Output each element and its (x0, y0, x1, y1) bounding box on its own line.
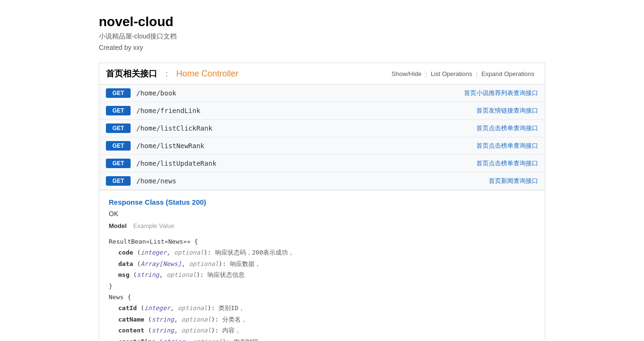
code-line-2: code (integer, optional): 响应状态码，200表示成功， (109, 247, 535, 258)
code-line-3: data (Array[News], optional): 响应数据， (109, 258, 535, 269)
model-tabs: Model Example Value (109, 222, 535, 229)
endpoint-path-1: /home/friendLink (136, 107, 476, 114)
controller-name: Home Controller (176, 69, 238, 78)
endpoint-desc-4: 首页点击榜单查询接口 (476, 159, 538, 168)
model-tab-model[interactable]: Model (109, 222, 127, 229)
method-badge-3: GET (106, 141, 131, 151)
endpoint-desc-1: 首页友情链接查询接口 (476, 106, 538, 115)
code-line-5: } (109, 281, 535, 292)
method-badge-0: GET (106, 88, 131, 98)
code-line-6: News { (109, 292, 535, 303)
controller-actions: Show/Hide | List Operations | Expand Ope… (388, 70, 538, 77)
method-badge-2: GET (106, 123, 131, 133)
response-title: Response Class (Status 200) (109, 198, 535, 206)
endpoint-row-5[interactable]: GET /home/news 首页新闻查询接口 (99, 172, 545, 190)
endpoint-desc-0: 首页小说推荐列表查询接口 (464, 89, 538, 97)
endpoint-desc-2: 首页点击榜单查询接口 (476, 124, 538, 133)
code-line-8: catName (string, optional): 分类名， (109, 314, 535, 325)
app-created: Created by xxy (99, 44, 545, 51)
expand-operations-link[interactable]: Expand Operations (478, 70, 538, 77)
method-badge-1: GET (106, 106, 131, 115)
endpoint-desc-3: 首页点击榜单查询接口 (476, 142, 538, 150)
list-operations-link[interactable]: List Operations (427, 70, 476, 77)
method-badge-4: GET (106, 159, 131, 168)
colon: ： (162, 69, 171, 78)
endpoint-desc-5: 首页新闻查询接口 (489, 177, 538, 185)
controller-title: 首页相关接口 ： Home Controller (106, 68, 238, 79)
endpoint-path-3: /home/listNewRank (136, 142, 476, 150)
endpoint-path-2: /home/listClickRank (136, 124, 476, 132)
controller-header: 首页相关接口 ： Home Controller Show/Hide | Lis… (99, 63, 545, 85)
endpoint-path-5: /home/news (136, 177, 489, 185)
endpoint-row-2[interactable]: GET /home/listClickRank 首页点击榜单查询接口 (99, 120, 545, 137)
endpoint-path-4: /home/listUpdateRank (136, 160, 476, 167)
code-line-7: catId (integer, optional): 类别ID， (109, 303, 535, 313)
code-line-4: msg (string, optional): 响应状态信息 (109, 269, 535, 280)
response-section: Response Class (Status 200) OK Model Exa… (99, 190, 545, 341)
app-title: novel-cloud (99, 14, 545, 29)
code-line-9: content (string, optional): 内容， (109, 325, 535, 336)
response-ok: OK (109, 210, 535, 218)
show-hide-link[interactable]: Show/Hide (388, 70, 426, 77)
code-block: ResultBean«List«News»» { code (integer, … (109, 234, 535, 341)
controller-section: 首页相关接口 ： Home Controller Show/Hide | Lis… (99, 63, 545, 341)
method-badge-5: GET (106, 176, 131, 186)
endpoint-row-0[interactable]: GET /home/book 首页小说推荐列表查询接口 (99, 85, 545, 102)
endpoint-row-4[interactable]: GET /home/listUpdateRank 首页点击榜单查询接口 (99, 155, 545, 172)
code-line-10: createTime (string, optional): 发布时间， (109, 336, 535, 341)
code-line-1: ResultBean«List«News»» { (109, 236, 535, 247)
app-subtitle: 小说精品屋-cloud接口文档 (99, 32, 545, 41)
controller-title-text: 首页相关接口 (106, 69, 157, 78)
endpoint-row-3[interactable]: GET /home/listNewRank 首页点击榜单查询接口 (99, 137, 545, 155)
endpoint-path-0: /home/book (136, 89, 464, 97)
model-tab-example[interactable]: Example Value (133, 222, 174, 229)
endpoint-row-1[interactable]: GET /home/friendLink 首页友情链接查询接口 (99, 102, 545, 120)
